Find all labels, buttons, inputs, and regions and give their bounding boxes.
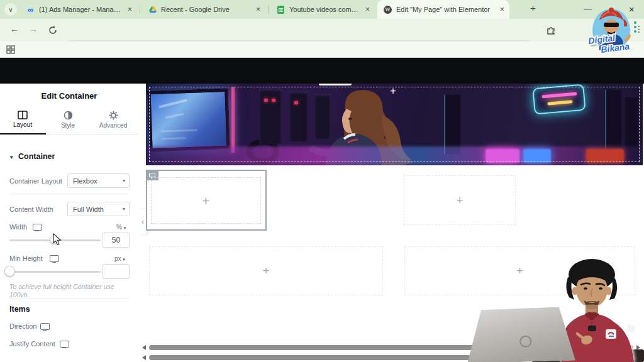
min-height-input[interactable]: [103, 264, 130, 279]
panel-tabs: Layout Style: [0, 107, 138, 134]
laptop: [466, 307, 575, 362]
back-icon[interactable]: ←: [10, 24, 19, 34]
arcade-cabinet-trim: [231, 87, 235, 153]
tab-layout[interactable]: Layout: [0, 111, 45, 128]
justify-content-label: Justify Content: [9, 340, 55, 348]
container-layout-value: Flexbox: [73, 177, 123, 185]
tab-title: Youtube videos complete topic: [289, 6, 361, 13]
width-label: Width: [9, 223, 27, 231]
reload-icon[interactable]: [48, 25, 58, 35]
add-widget-icon[interactable]: +: [516, 265, 523, 277]
responsive-desktop-icon[interactable]: [50, 255, 58, 263]
hero-image-section[interactable]: +: [146, 84, 643, 165]
min-height-slider-track[interactable]: [9, 271, 101, 273]
google-sheets-icon: [277, 6, 285, 14]
scroll-left-icon[interactable]: [142, 345, 146, 350]
field-divider: [9, 298, 130, 299]
width-input[interactable]: [103, 233, 130, 248]
hero-drag-handle[interactable]: [319, 84, 352, 85]
neon-floor-graphic: [146, 146, 643, 165]
min-height-label: Min Height: [9, 255, 43, 262]
collapse-icon: ‹: [142, 217, 144, 226]
add-widget-icon[interactable]: +: [202, 194, 209, 207]
scroll-left-icon[interactable]: [142, 355, 146, 360]
add-widget-icon[interactable]: +: [457, 195, 464, 206]
container-layout-label: Container Layout: [9, 177, 62, 185]
container-icon: [149, 173, 155, 177]
responsive-desktop-icon[interactable]: [33, 224, 42, 231]
active-tab-underline: [0, 133, 46, 134]
full-height-note: To achieve full height Container use 100…: [9, 283, 132, 299]
chevron-down-icon: ▾: [123, 206, 125, 212]
selected-container[interactable]: +: [146, 170, 267, 231]
content-width-value: Full Width: [73, 206, 123, 213]
window-close-button[interactable]: ×: [629, 4, 635, 14]
close-icon[interactable]: ×: [256, 5, 260, 14]
screen: ∨ ∞ (1) Ads Manager - Manage ads × Recen…: [0, 0, 644, 362]
container-layout-select[interactable]: Flexbox ▾: [67, 173, 130, 188]
min-height-unit-select[interactable]: px ▾: [114, 255, 125, 262]
mouse-cursor: [53, 233, 62, 246]
tab-label: Style: [45, 122, 91, 129]
direction-label: Direction: [9, 322, 36, 330]
wordpress-icon: W: [384, 6, 392, 14]
close-icon[interactable]: ×: [500, 5, 504, 14]
browser-tab-strip: ∨ ∞ (1) Ads Manager - Manage ads × Recen…: [0, 0, 644, 19]
min-height-slider-handle[interactable]: [4, 266, 15, 277]
empty-container[interactable]: +: [149, 246, 383, 295]
tab-label: Layout: [0, 121, 45, 128]
arcade-screen-graphic: [147, 89, 230, 151]
layout-columns-icon: [18, 111, 28, 119]
chevron-down-icon: ▾: [123, 178, 125, 184]
tab-search-button[interactable]: ∨: [4, 3, 17, 16]
bookmarks-bar: [0, 41, 644, 58]
field-divider: [9, 194, 130, 194]
tab-google-drive[interactable]: Recent - Google Drive ×: [142, 0, 265, 19]
tab-divider: [268, 5, 269, 14]
empty-container[interactable]: +: [404, 175, 516, 225]
chevron-down-icon: ∨: [8, 6, 13, 13]
container-section-header[interactable]: ▾ Container: [10, 152, 55, 161]
window-minimize-button[interactable]: —: [584, 4, 592, 13]
neon-sign-graphic: [532, 84, 586, 115]
arcade-machine-silhouette: [289, 91, 308, 141]
close-icon[interactable]: ×: [128, 5, 132, 14]
width-unit-select[interactable]: % ▾: [116, 224, 126, 231]
floor-tile: [486, 149, 519, 163]
hero-add-icon[interactable]: +: [390, 85, 396, 97]
tab-advanced[interactable]: Advanced: [91, 111, 136, 129]
apps-grid-icon[interactable]: [6, 45, 15, 54]
tab-title: Edit "My Page" with Elementor: [396, 6, 496, 13]
section-collapse-icon: ▾: [10, 154, 13, 160]
container-dropzone[interactable]: +: [151, 177, 261, 224]
tab-style[interactable]: Style: [45, 111, 91, 129]
editor-canvas: + ‹ + + + +: [138, 84, 644, 362]
content-width-select[interactable]: Full Width ▾: [67, 202, 130, 216]
google-drive-icon: [148, 6, 157, 14]
extensions-icon[interactable]: [546, 25, 556, 35]
tab-divider: [140, 5, 140, 14]
responsive-desktop-icon[interactable]: [40, 323, 49, 331]
tab-title: Recent - Google Drive: [161, 6, 252, 13]
advanced-gear-icon: [109, 111, 118, 120]
elementor-edit-panel: Edit Container Layout Style: [0, 84, 138, 362]
arcade-machine-silhouette: [259, 89, 282, 144]
items-heading: Items: [9, 305, 30, 314]
responsive-desktop-icon[interactable]: [60, 341, 69, 348]
tab-youtube-sheet[interactable]: Youtube videos complete topic ×: [270, 0, 375, 19]
browser-menu-icon[interactable]: ⋮: [635, 24, 643, 34]
content-width-label: Content Width: [9, 206, 53, 213]
close-icon[interactable]: ×: [365, 5, 370, 14]
style-contrast-icon: [64, 111, 73, 120]
new-tab-button[interactable]: +: [530, 3, 536, 13]
forward-icon[interactable]: →: [29, 24, 38, 34]
panel-title: Edit Container: [0, 91, 138, 101]
person-silhouette: [444, 95, 460, 154]
add-widget-icon[interactable]: +: [263, 265, 270, 277]
browser-toolbar: ← → startupsabha.com/wp-admin/post.php?p…: [0, 19, 644, 41]
meta-icon: ∞: [26, 6, 35, 14]
tab-ads-manager[interactable]: ∞ (1) Ads Manager - Manage ads ×: [20, 0, 137, 19]
tab-elementor-active[interactable]: W Edit "My Page" with Elementor ×: [377, 0, 509, 19]
elementor-top-bar: + My Page (Draft) ▾: [0, 58, 644, 84]
floor-tile: [523, 149, 551, 163]
